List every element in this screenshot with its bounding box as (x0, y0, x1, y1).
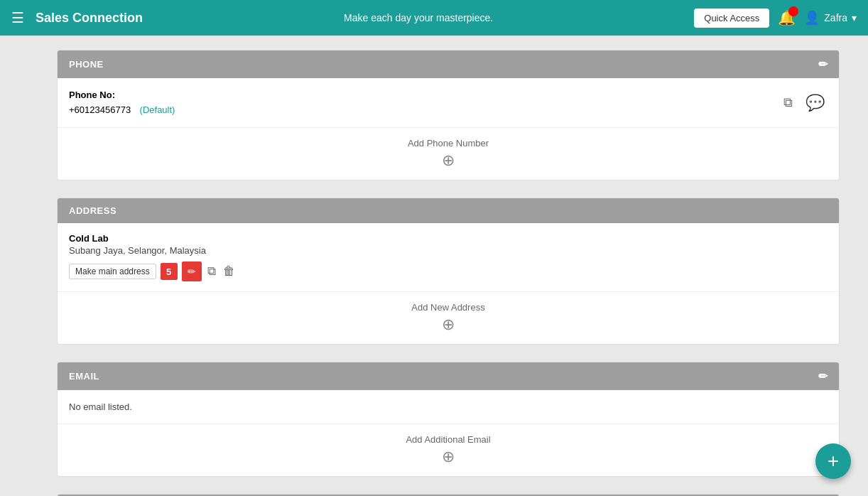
address-header-label: ADDRESS (69, 205, 116, 216)
address-entry: Cold Lab Subang Jaya, Selangor, Malaysia… (58, 223, 839, 292)
address-section-header: ADDRESS (58, 198, 839, 223)
email-section-card: EMAIL ✏ No email listed. Add Additional … (57, 362, 840, 477)
add-phone-icon: ⊕ (442, 151, 455, 170)
email-edit-icon[interactable]: ✏ (818, 370, 828, 383)
right-chrome (840, 36, 868, 496)
phone-label: Phone No: (69, 90, 175, 100)
no-email-text: No email listed. (69, 401, 132, 412)
add-address-label: Add New Address (411, 302, 484, 313)
left-chrome (0, 36, 57, 496)
phone-number-row: +60123456773 (Default) (69, 103, 175, 116)
address-line: Subang Jaya, Selangor, Malaysia (69, 245, 828, 256)
chevron-down-icon: ▾ (852, 12, 857, 23)
app-title: Sales Connection (36, 11, 143, 26)
address-info: Cold Lab Subang Jaya, Selangor, Malaysia… (69, 233, 828, 281)
center-content: PHONE ✏ Phone No: +60123456773 (Default)… (57, 36, 840, 496)
page-wrapper: PHONE ✏ Phone No: +60123456773 (Default)… (0, 36, 868, 496)
email-section-header: EMAIL ✏ (58, 362, 839, 390)
address-edit-icon-highlighted[interactable]: ✏ (182, 262, 202, 281)
add-email-row[interactable]: Add Additional Email ⊕ (58, 424, 839, 476)
user-name: Zafra (824, 12, 847, 23)
add-email-label: Add Additional Email (406, 434, 490, 445)
phone-entry: Phone No: +60123456773 (Default) ⧉ 💬 (58, 78, 839, 128)
address-delete-icon[interactable]: 🗑 (222, 263, 237, 280)
email-no-entry: No email listed. (58, 390, 839, 424)
address-actions: Make main address 5 ✏ ⧉ 🗑 (69, 262, 828, 281)
add-phone-label: Add Phone Number (408, 138, 489, 149)
phone-section-card: PHONE ✏ Phone No: +60123456773 (Default)… (57, 50, 840, 180)
app-tagline: Make each day your masterpiece. (154, 12, 683, 23)
quick-access-button[interactable]: Quick Access (694, 9, 769, 28)
notification-badge (788, 6, 798, 16)
notification-bell[interactable]: 🔔 (778, 9, 796, 26)
phone-info: Phone No: +60123456773 (Default) (69, 90, 175, 116)
address-section-card: ADDRESS Cold Lab Subang Jaya, Selangor, … (57, 198, 840, 345)
phone-header-label: PHONE (69, 59, 104, 70)
user-menu[interactable]: 👤 Zafra ▾ (804, 10, 857, 26)
phone-number: +60123456773 (69, 104, 131, 115)
address-copy-icon[interactable]: ⧉ (206, 263, 217, 280)
phone-edit-icon[interactable]: ✏ (818, 58, 828, 71)
address-name: Cold Lab (69, 233, 828, 244)
address-badge-number: 5 (161, 263, 178, 280)
phone-default-badge: (Default) (140, 104, 175, 115)
add-email-icon: ⊕ (442, 448, 455, 466)
topnav-right-area: Quick Access 🔔 👤 Zafra ▾ (694, 9, 857, 28)
add-address-icon: ⊕ (442, 316, 455, 334)
phone-whatsapp-icon[interactable]: 💬 (803, 91, 828, 115)
hamburger-icon[interactable]: ☰ (11, 9, 24, 26)
make-main-address-button[interactable]: Make main address (69, 264, 156, 279)
phone-copy-icon[interactable]: ⧉ (781, 92, 796, 113)
email-header-label: EMAIL (69, 371, 99, 382)
top-navigation: ☰ Sales Connection Make each day your ma… (0, 0, 868, 36)
add-phone-row[interactable]: Add Phone Number ⊕ (58, 128, 839, 180)
fab-button[interactable]: + (815, 443, 851, 479)
add-address-row[interactable]: Add New Address ⊕ (58, 292, 839, 344)
phone-action-icons: ⧉ 💬 (781, 91, 828, 115)
user-icon: 👤 (804, 10, 820, 26)
phone-section-header: PHONE ✏ (58, 50, 839, 78)
